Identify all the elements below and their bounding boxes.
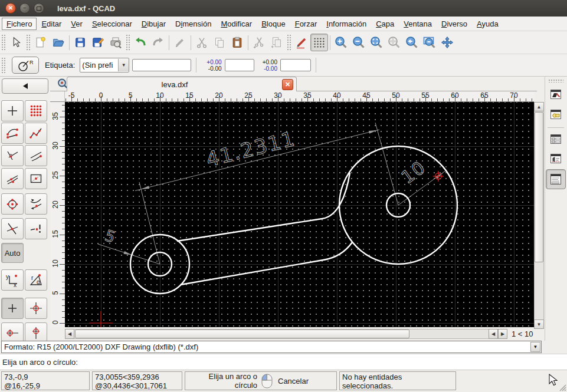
new-file-button[interactable] [32, 34, 50, 51]
menu-capa[interactable]: Capa [371, 18, 399, 30]
print-preview-button[interactable] [107, 34, 124, 51]
menu-ayuda[interactable]: Ayuda [472, 18, 503, 30]
menu-modificar[interactable]: Modificar [216, 18, 257, 30]
prefix-combo[interactable]: (Sin prefi ▼ [80, 58, 129, 73]
snap-on-entity-button[interactable] [25, 123, 47, 144]
menu-informacion[interactable]: Información [322, 18, 371, 30]
back-button[interactable] [2, 78, 48, 94]
restrict-vertical-button[interactable] [25, 322, 47, 341]
snap-auto-label: Auto [5, 249, 21, 258]
snap-auto-button[interactable]: Auto [1, 243, 24, 263]
close-window-icon[interactable]: ✕ [5, 3, 16, 14]
property-editor-button[interactable] [546, 169, 566, 189]
scroll-up-icon[interactable]: ▲ [534, 102, 544, 111]
restrict-orthogonal-button[interactable] [25, 298, 47, 319]
tab-close-icon[interactable]: ✕ [282, 79, 293, 90]
paste-button[interactable] [228, 34, 246, 51]
toolbar-handle[interactable] [287, 34, 291, 51]
copy-with-reference-button[interactable] [268, 34, 286, 51]
vertical-scroll-thumb[interactable] [535, 112, 543, 262]
command-line-button[interactable] [548, 150, 564, 167]
open-file-button[interactable] [50, 34, 67, 51]
minimize-window-icon[interactable]: − [19, 3, 30, 14]
scroll-right-icon[interactable]: ▶ [498, 329, 507, 339]
selection-status-line1: No hay entidades [342, 373, 453, 381]
menu-dimension[interactable]: Dimensión [171, 18, 216, 30]
snap-center-button[interactable] [1, 193, 24, 215]
zoom-window-button[interactable] [421, 34, 438, 51]
format-combo[interactable]: Formato: R15 (2000/LT2000) DXF Drawing (… [1, 341, 542, 353]
workspace: Auto yx rα leva.dxf ✕ -5 0 5 10 15 20 25… [0, 77, 567, 341]
menu-dibujar[interactable]: Dibujar [137, 18, 171, 30]
snap-endpoints-button[interactable] [1, 123, 24, 144]
layer-list-button[interactable] [548, 86, 564, 103]
restrict-horizontal-button[interactable] [1, 322, 24, 341]
snap-distance-button[interactable] [25, 145, 47, 166]
restrict-nothing-button[interactable] [1, 298, 24, 319]
zoom-selection-button[interactable] [385, 34, 403, 51]
snap-perpendicular-button[interactable] [1, 145, 24, 166]
drawing-canvas[interactable]: 41.2311 10 5 [65, 102, 534, 327]
tab-leva-dxf[interactable]: leva.dxf ✕ [67, 77, 297, 91]
menu-bloque[interactable]: Bloque [257, 18, 290, 30]
eraser-button[interactable] [171, 34, 189, 51]
menu-seleccionar[interactable]: Seleccionar [87, 18, 137, 30]
draw-pencil-button[interactable] [293, 34, 310, 51]
toolbar-handle[interactable] [126, 34, 130, 51]
dock-separator [548, 127, 564, 128]
menu-editar[interactable]: Editar [37, 18, 66, 30]
zoom-in-button[interactable] [332, 34, 350, 51]
horizontal-scroll-thumb[interactable] [75, 330, 409, 338]
scroll-left-icon[interactable]: ◀ [65, 329, 74, 339]
resize-grip[interactable] [558, 383, 566, 391]
menu-ventana[interactable]: Ventana [399, 18, 437, 30]
copy-button[interactable] [211, 34, 228, 51]
toolbar-handle[interactable] [1, 57, 6, 74]
radial-dimension-tool-button[interactable]: R [12, 57, 39, 74]
tolerance-upper-input[interactable] [225, 59, 254, 71]
menu-forzar[interactable]: Forzar [290, 18, 322, 30]
scroll-down-icon[interactable]: ▼ [534, 319, 544, 329]
snap-tangent-button[interactable] [25, 193, 47, 215]
snap-free-button[interactable] [1, 100, 24, 121]
toolbar-handle[interactable] [1, 34, 6, 51]
svg-text:r: r [31, 275, 34, 281]
library-browser-button[interactable] [548, 131, 564, 147]
coordinate-cartesian-button[interactable]: yx [1, 269, 24, 291]
copy-icon [213, 36, 226, 49]
library-browser-icon [549, 132, 563, 146]
save-as-button[interactable] [89, 34, 107, 51]
block-list-button[interactable] [548, 106, 564, 123]
snap-middle-button[interactable] [1, 168, 24, 189]
zoom-out-button[interactable] [350, 34, 368, 51]
save-button[interactable] [71, 34, 89, 51]
undo-button[interactable] [132, 34, 149, 51]
label-input[interactable] [132, 59, 191, 71]
chevron-down-icon[interactable]: ▼ [530, 342, 540, 352]
snap-intersection-manual-button[interactable] [25, 218, 47, 239]
snap-reference-button[interactable] [25, 168, 47, 189]
redo-button[interactable] [149, 34, 167, 51]
grid-toggle-button[interactable] [310, 34, 328, 51]
tolerance-lower-input[interactable] [280, 59, 311, 71]
coordinate-polar-button[interactable]: rα [25, 269, 47, 291]
cut-button[interactable] [193, 34, 211, 51]
snap-intersection-button[interactable] [1, 218, 24, 239]
maximize-window-icon[interactable] [34, 3, 44, 14]
menu-ver[interactable]: Ver [66, 18, 87, 30]
vertical-scrollbar[interactable]: ▲ ▼ [534, 102, 544, 329]
scroll-left-icon[interactable]: ◀ [489, 329, 498, 339]
zoom-previous-button[interactable] [403, 34, 421, 51]
horizontal-scrollbar[interactable]: ◀ ◀ ▶ [65, 329, 507, 339]
toolbar-handle[interactable] [548, 79, 563, 83]
snap-grid-button[interactable] [25, 100, 47, 121]
command-line[interactable]: Elija un arco o círculo: [0, 354, 567, 370]
pointer-button[interactable] [7, 34, 25, 51]
property-editor-icon [548, 172, 563, 187]
zoom-auto-button[interactable] [368, 34, 385, 51]
pan-button[interactable] [438, 34, 456, 51]
cut-with-reference-button[interactable] [250, 34, 268, 51]
menu-diverso[interactable]: Diverso [437, 18, 472, 30]
menu-fichero[interactable]: Fichero [2, 18, 37, 30]
toolbar-handle[interactable] [26, 34, 31, 51]
